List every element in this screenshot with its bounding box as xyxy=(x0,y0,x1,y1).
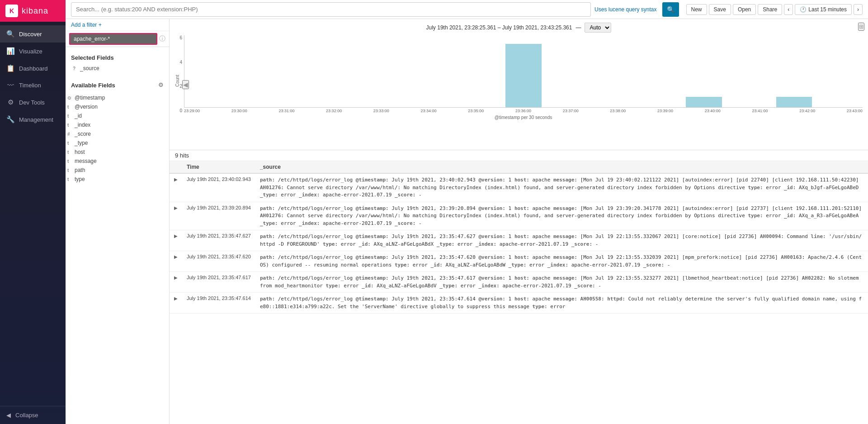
index-info-button[interactable]: ⓘ xyxy=(159,35,165,43)
source-cell: path: /etc/httpd/logs/error_log @timesta… xyxy=(255,202,868,230)
field-name-id: _id xyxy=(75,113,167,119)
left-panel: Add a filter + apache_error-* ⓘ Selected… xyxy=(66,19,170,424)
collapse-button[interactable]: ◀ Collapse xyxy=(6,412,59,419)
table-row: ▶July 19th 2021, 23:35:47.620path: /etc/… xyxy=(170,251,868,272)
available-fields-header: Available Fields ⚙ xyxy=(66,76,169,93)
field-type-type: t xyxy=(67,141,72,146)
y-axis-label: Count xyxy=(175,75,180,87)
sidebar-item-devtools[interactable]: ⚙ Dev Tools xyxy=(0,94,66,111)
x-tick-label: 23:41:00 xyxy=(752,109,768,113)
field-type-source: ? xyxy=(73,66,77,71)
chart-date-range: July 19th 2021, 23:28:25.361 – July 19th… xyxy=(426,24,572,31)
field-item-message[interactable]: t message add xyxy=(66,157,169,166)
table-row: ▶July 19th 2021, 23:35:47.614path: /etc/… xyxy=(170,293,868,314)
field-item-score[interactable]: # _score add xyxy=(66,129,169,138)
field-item-id[interactable]: t _id add xyxy=(66,111,169,120)
x-tick-label: 23:32:00 xyxy=(326,109,342,113)
sidebar-label-devtools: Dev Tools xyxy=(19,99,45,106)
search-button[interactable]: 🔍 xyxy=(662,2,679,17)
field-name-timestamp: @timestamp xyxy=(75,95,167,101)
time-col-header[interactable]: Time xyxy=(182,161,255,173)
field-item-timestamp[interactable]: ⊙ @timestamp add xyxy=(66,93,169,102)
open-button[interactable]: Open xyxy=(733,4,756,15)
field-item-index[interactable]: t _index add xyxy=(66,120,169,129)
bar-wrapper xyxy=(501,44,546,107)
visualize-icon: 📊 xyxy=(6,47,14,55)
row-expand-button[interactable]: ▶ xyxy=(174,205,178,210)
x-tick-label: 23:31:00 xyxy=(278,109,294,113)
row-expand-button[interactable]: ▶ xyxy=(174,177,178,182)
chart-inner: Count 23:29:0023:30:0023:31:0023:32:0023… xyxy=(184,35,863,121)
sidebar-item-discover[interactable]: 🔍 Discover xyxy=(0,25,66,43)
chart-dash-sep: — xyxy=(576,24,581,31)
field-type-host: t xyxy=(67,150,72,155)
x-axis-label: @timestamp per 30 seconds xyxy=(184,115,863,120)
field-item-type-field[interactable]: t _type add xyxy=(66,138,169,148)
table-row: ▶July 19th 2021, 23:35:47.627path: /etc/… xyxy=(170,230,868,251)
time-cell: July 19th 2021, 23:35:47.620 xyxy=(182,251,255,272)
sidebar-item-visualize[interactable]: 📊 Visualize xyxy=(0,43,66,60)
field-name-path: path xyxy=(75,167,167,173)
new-button[interactable]: New xyxy=(686,4,707,15)
y-tick-0: 0 xyxy=(179,108,182,113)
collapse-label: Collapse xyxy=(15,412,38,419)
time-range-button[interactable]: 🕐 Last 15 minutes xyxy=(795,4,852,15)
field-type-path: t xyxy=(67,168,72,173)
sidebar-item-management[interactable]: 🔧 Management xyxy=(0,111,66,128)
dashboard-icon: 📋 xyxy=(6,64,14,72)
chart-interval-select[interactable]: Auto xyxy=(585,23,611,33)
index-dropdown[interactable]: apache_error-* xyxy=(69,33,157,45)
bar-wrapper xyxy=(772,97,817,107)
time-cell: July 19th 2021, 23:35:47.614 xyxy=(182,293,255,314)
histogram-bar[interactable] xyxy=(776,97,812,107)
chart-area: July 19th 2021, 23:28:25.361 – July 19th… xyxy=(170,19,868,150)
row-expand-button[interactable]: ▶ xyxy=(174,254,178,259)
time-cell: July 19th 2021, 23:39:20.894 xyxy=(182,202,255,230)
kibana-logo[interactable]: K kibana xyxy=(0,0,66,22)
collapse-icon: ◀ xyxy=(6,412,11,419)
management-icon: 🔧 xyxy=(6,115,14,124)
histogram xyxy=(184,35,863,108)
field-item-version[interactable]: t @version add xyxy=(66,102,169,111)
discover-icon: 🔍 xyxy=(6,30,14,38)
time-nav-next[interactable]: › xyxy=(854,4,863,15)
row-expand-button[interactable]: ▶ xyxy=(174,233,178,238)
save-button[interactable]: Save xyxy=(709,4,731,15)
field-item-source[interactable]: ? _source xyxy=(71,64,164,73)
source-cell: path: /etc/httpd/logs/error_log @timesta… xyxy=(255,293,868,314)
field-name-version: @version xyxy=(75,104,167,110)
time-cell: July 19th 2021, 23:35:47.627 xyxy=(182,230,255,251)
lucene-syntax-link[interactable]: Uses lucene query syntax xyxy=(594,6,658,13)
x-tick-label: 23:35:00 xyxy=(468,109,484,113)
results-area[interactable]: Time _source ▶July 19th 2021, 23:40:02.9… xyxy=(170,161,868,424)
chart-expand-button[interactable]: ⊞ xyxy=(858,23,864,31)
source-col-header[interactable]: _source xyxy=(255,161,868,173)
field-item-host[interactable]: t host add xyxy=(66,148,169,157)
sidebar-label-visualize: Visualize xyxy=(19,48,42,55)
field-name-message: message xyxy=(75,158,167,164)
x-tick-label: 23:30:00 xyxy=(231,109,247,113)
field-name-type: _type xyxy=(75,140,167,146)
add-filter-bar[interactable]: Add a filter + xyxy=(66,19,169,31)
table-header-row: Time _source xyxy=(170,161,868,173)
row-expand-button[interactable]: ▶ xyxy=(174,296,178,301)
field-item-type[interactable]: t type add xyxy=(66,175,169,184)
share-button[interactable]: Share xyxy=(758,4,782,15)
histogram-bar[interactable] xyxy=(686,97,722,107)
x-tick-label: 23:36:00 xyxy=(515,109,531,113)
sidebar-item-dashboard[interactable]: 📋 Dashboard xyxy=(0,60,66,77)
add-filter-label: Add a filter + xyxy=(71,22,102,28)
row-expand-button[interactable]: ▶ xyxy=(174,275,178,280)
field-type-type2: t xyxy=(67,177,72,182)
timelion-icon: 〰 xyxy=(6,81,14,89)
time-nav-prev[interactable]: ‹ xyxy=(784,4,793,15)
chart-scroll-left-button[interactable]: ◀ xyxy=(182,80,189,89)
fields-settings-icon[interactable]: ⚙ xyxy=(158,81,164,88)
field-name-source: _source xyxy=(80,65,162,71)
chart-header: July 19th 2021, 23:28:25.361 – July 19th… xyxy=(175,23,863,33)
histogram-bar[interactable] xyxy=(505,44,542,107)
search-input[interactable] xyxy=(71,2,591,17)
selected-fields-title: Selected Fields xyxy=(71,54,164,61)
field-item-path[interactable]: t path add xyxy=(66,166,169,175)
sidebar-item-timelion[interactable]: 〰 Timelion xyxy=(0,77,66,94)
